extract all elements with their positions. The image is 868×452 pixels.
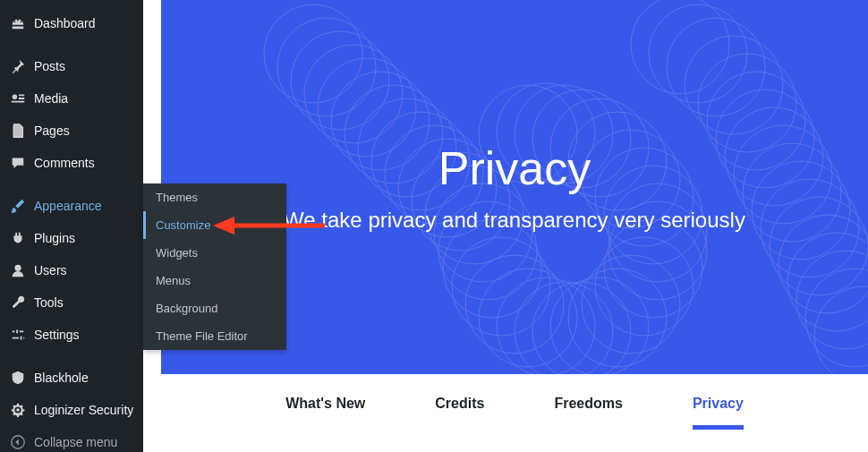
sidebar-item-pages[interactable]: Pages <box>0 115 143 147</box>
collapse-icon <box>9 433 27 451</box>
svg-point-53 <box>770 197 868 295</box>
submenu-item-menus[interactable]: Menus <box>143 267 286 294</box>
sidebar-item-label: Tools <box>34 295 134 310</box>
sidebar-item-loginizer[interactable]: Loginizer Security <box>0 394 143 426</box>
svg-point-49 <box>734 125 832 224</box>
svg-point-56 <box>796 251 868 349</box>
admin-sidebar: Dashboard Posts Media Pages Comments App… <box>0 0 143 452</box>
sliders-icon <box>9 326 27 344</box>
sidebar-item-label: Dashboard <box>34 16 134 30</box>
sidebar-item-label: Collapse menu <box>34 435 134 449</box>
svg-point-47 <box>716 90 814 188</box>
svg-point-3 <box>264 4 362 103</box>
tab-freedoms[interactable]: Freedoms <box>554 378 622 430</box>
svg-point-48 <box>725 107 823 206</box>
svg-point-28 <box>595 237 694 336</box>
sidebar-item-collapse[interactable]: Collapse menu <box>0 426 143 452</box>
annotation-arrow <box>213 214 329 237</box>
tab-whats-new[interactable]: What's New <box>285 378 365 430</box>
svg-point-19 <box>452 237 550 336</box>
plug-icon <box>9 229 27 247</box>
svg-point-45 <box>698 54 796 152</box>
svg-point-44 <box>685 36 783 134</box>
gear-icon <box>9 401 27 419</box>
svg-point-50 <box>743 143 841 242</box>
svg-marker-60 <box>213 217 234 235</box>
svg-point-58 <box>814 286 868 374</box>
svg-point-7 <box>318 58 416 157</box>
svg-point-8 <box>331 72 430 170</box>
sidebar-item-settings[interactable]: Settings <box>0 319 143 351</box>
sidebar-item-plugins[interactable]: Plugins <box>0 222 143 254</box>
sidebar-item-tools[interactable]: Tools <box>0 286 143 319</box>
svg-point-46 <box>707 72 805 170</box>
svg-point-43 <box>667 18 765 116</box>
hero-title: Privacy <box>438 141 591 195</box>
svg-point-57 <box>805 269 868 367</box>
media-icon <box>9 90 27 107</box>
sidebar-item-label: Loginizer Security <box>34 403 134 417</box>
sidebar-item-label: Comments <box>34 156 134 170</box>
sidebar-item-label: Blackhole <box>34 371 134 385</box>
svg-point-54 <box>779 215 868 313</box>
svg-point-1 <box>14 265 21 271</box>
brush-icon <box>9 197 27 215</box>
sidebar-item-blackhole[interactable]: Blackhole <box>0 362 143 394</box>
comment-icon <box>9 154 27 172</box>
sidebar-item-label: Users <box>34 263 134 277</box>
submenu-item-background[interactable]: Background <box>143 294 286 322</box>
sidebar-item-label: Pages <box>34 124 134 138</box>
sidebar-item-appearance[interactable]: Appearance <box>0 190 143 222</box>
svg-point-0 <box>13 95 17 99</box>
svg-point-25 <box>550 277 649 374</box>
svg-point-9 <box>345 85 443 183</box>
svg-point-16 <box>434 183 532 282</box>
sidebar-item-posts[interactable]: Posts <box>0 50 143 82</box>
tab-privacy[interactable]: Privacy <box>693 378 744 430</box>
submenu-item-widgets[interactable]: Widgets <box>143 239 286 267</box>
user-icon <box>9 261 27 279</box>
wrench-icon <box>9 294 27 311</box>
svg-point-5 <box>291 31 389 130</box>
svg-point-51 <box>752 161 850 260</box>
tab-credits[interactable]: Credits <box>435 378 484 430</box>
svg-point-22 <box>497 277 595 374</box>
submenu-item-theme-file-editor[interactable]: Theme File Editor <box>143 322 286 350</box>
svg-point-42 <box>649 4 747 103</box>
svg-point-41 <box>631 0 729 94</box>
sidebar-item-media[interactable]: Media <box>0 82 143 115</box>
svg-point-27 <box>582 255 680 354</box>
hero-subtitle: We take privacy and transparency very se… <box>284 208 745 233</box>
svg-point-31 <box>608 183 707 282</box>
sidebar-item-label: Media <box>34 91 134 106</box>
svg-point-6 <box>304 45 403 143</box>
shield-icon <box>9 369 27 387</box>
sidebar-item-label: Plugins <box>34 231 134 245</box>
sidebar-item-label: Settings <box>34 328 134 342</box>
sidebar-item-label: Appearance <box>34 199 134 213</box>
sidebar-item-dashboard[interactable]: Dashboard <box>0 7 143 39</box>
dashboard-icon <box>9 14 27 32</box>
pin-icon <box>9 57 27 75</box>
sidebar-item-label: Posts <box>34 59 134 73</box>
about-tabs: What's New Credits Freedoms Privacy <box>161 374 868 433</box>
submenu-item-themes[interactable]: Themes <box>143 183 286 211</box>
pages-icon <box>9 122 27 140</box>
appearance-submenu: Themes Customize Widgets Menus Backgroun… <box>143 183 286 350</box>
sidebar-item-users[interactable]: Users <box>0 254 143 286</box>
svg-point-52 <box>761 179 859 277</box>
svg-point-4 <box>277 18 376 116</box>
svg-point-20 <box>465 255 564 354</box>
sidebar-item-comments[interactable]: Comments <box>0 147 143 179</box>
